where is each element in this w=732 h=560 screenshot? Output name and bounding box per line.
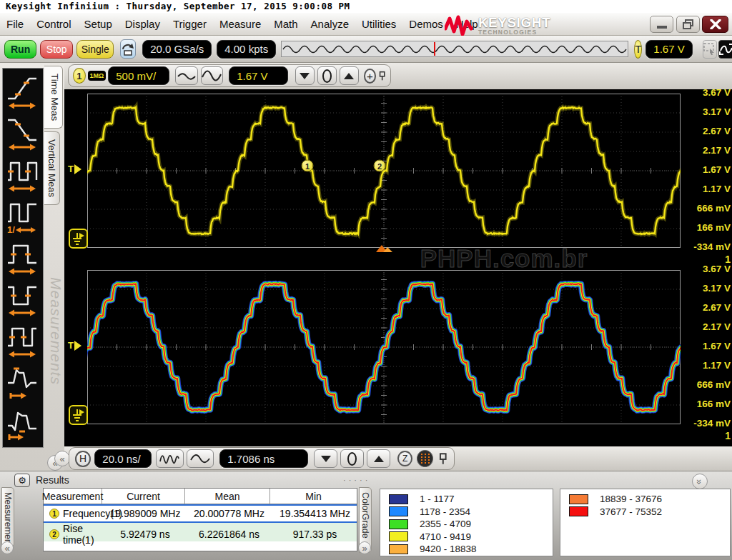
menu-measure[interactable]: Measure — [213, 15, 267, 33]
offset-down-button[interactable] — [295, 66, 315, 85]
measurement-mean: 20.000778 MHz — [185, 508, 270, 519]
scale-increase-button[interactable] — [201, 66, 224, 85]
delay-left-button[interactable] — [314, 449, 337, 468]
y-axis-label: 3.67 V — [683, 87, 731, 98]
y-axis-label: 3.67 V — [683, 264, 731, 274]
close-button[interactable] — [702, 16, 728, 33]
pin-icon[interactable] — [379, 70, 386, 82]
trigger-level-arrow[interactable]: T — [68, 164, 81, 174]
legend-label: 2355 - 4709 — [420, 519, 471, 529]
duty-cycle-icon[interactable] — [5, 320, 41, 360]
delay-display[interactable]: 1.7086 ns — [219, 449, 308, 468]
ground-reference-icon[interactable] — [69, 405, 88, 425]
trigger-position-marker — [434, 42, 435, 56]
delay-right-button[interactable] — [367, 449, 390, 468]
acquisition-preview-strip[interactable] — [281, 41, 628, 57]
menu-demos[interactable]: Demos — [402, 15, 450, 33]
table-row[interactable]: 2Rise time(1)5.92479 ns6.2261864 ns917.3… — [44, 523, 357, 541]
results-column-header[interactable]: Min — [270, 489, 357, 504]
results-column-header[interactable]: Current — [102, 489, 185, 504]
menu-math[interactable]: Math — [267, 15, 304, 33]
keysight-logo: KEYSIGHT TECHNOLOGIES — [445, 15, 550, 36]
vertical-offset-display[interactable]: 1.67 V — [229, 66, 288, 85]
results-column-header[interactable]: Mean — [185, 489, 270, 504]
table-row[interactable]: 1Frequency(1)19.989009 MHz20.000778 MHz1… — [44, 504, 357, 523]
measurement-marker-2[interactable]: 2 — [374, 160, 386, 172]
zoom-mode-button[interactable]: Z — [397, 451, 412, 466]
tab-vertical-meas[interactable]: Vertical Meas — [44, 131, 60, 205]
results-column-header[interactable]: Measurement — [44, 489, 102, 504]
impedance-badge[interactable]: 1MΩ — [88, 71, 107, 81]
trigger-level-arrow[interactable]: T — [68, 340, 81, 351]
pin-icon[interactable] — [439, 453, 448, 465]
ground-reference-icon[interactable] — [69, 229, 88, 249]
results-table-body: 1Frequency(1)19.989009 MHz20.000778 MHz1… — [44, 504, 357, 541]
menu-file[interactable]: File — [0, 15, 30, 33]
menu-analyze[interactable]: Analyze — [305, 15, 355, 33]
legend-label: 1178 - 2354 — [420, 506, 470, 517]
measurement-results-table[interactable]: MeasurementCurrentMeanMin 1Frequency(1)1… — [43, 488, 357, 551]
memory-depth-display[interactable]: 4.00 kpts — [217, 40, 276, 59]
legend-swatch — [389, 506, 408, 516]
legend-label: 1 - 1177 — [420, 494, 455, 504]
trigger-level-display[interactable]: 1.67 V — [646, 40, 692, 59]
offset-zero-button[interactable] — [317, 66, 337, 85]
region-select-button[interactable] — [703, 40, 717, 59]
measurement-current: 5.92479 ns — [102, 529, 185, 540]
channel1-badge[interactable]: 1 — [73, 68, 86, 84]
timebase-zoom-out-button[interactable] — [187, 449, 214, 468]
y-axis-label: 1.67 V — [683, 164, 731, 175]
menu-utilities[interactable]: Utilities — [355, 15, 402, 33]
waveform-display[interactable]: T 1 2 3.67 V3.17 V2.67 V2.17 V1.67 V1.17… — [64, 89, 732, 446]
delay-falling-icon[interactable] — [5, 403, 41, 443]
menu-setup[interactable]: Setup — [78, 15, 119, 33]
measurement-marker-1[interactable]: 1 — [302, 160, 314, 172]
sample-rate-display[interactable]: 20.0 GSa/s — [142, 40, 212, 59]
hbar-collapse-button[interactable]: « — [54, 451, 70, 466]
stop-button[interactable]: Stop — [40, 40, 73, 59]
menu-trigger[interactable]: Trigger — [167, 15, 213, 33]
horizontal-badge[interactable]: H — [75, 451, 91, 467]
restore-button[interactable] — [676, 16, 700, 33]
delay-rising-icon[interactable] — [5, 361, 41, 401]
tab-measurement[interactable]: Measurement — [1, 487, 14, 547]
timebase-display[interactable]: 20.0 ns/ — [94, 449, 152, 468]
panel-grip[interactable]: ····· — [343, 476, 370, 484]
grid-top[interactable]: T 1 2 — [87, 94, 681, 248]
menu-control[interactable]: Control — [30, 15, 77, 33]
positive-pulse-width-icon[interactable] — [5, 237, 41, 277]
period-icon[interactable] — [5, 154, 41, 194]
negative-pulse-width-icon[interactable] — [5, 279, 41, 319]
add-channel-button[interactable]: + — [364, 69, 376, 84]
delay-zero-button[interactable] — [340, 449, 364, 468]
grid-bottom[interactable]: T — [87, 270, 681, 424]
timebase-zoom-in-button[interactable] — [156, 449, 184, 468]
colorgrade-tab-expand[interactable]: » — [358, 541, 371, 554]
minimize-icon — [657, 26, 667, 29]
touch-mode-button[interactable] — [120, 39, 136, 59]
frequency-icon[interactable]: 1/ — [5, 196, 41, 236]
measurement-tab-collapse[interactable]: « — [1, 541, 14, 554]
small-sine-icon — [177, 71, 196, 81]
legend-item: 1 - 1177 — [389, 493, 553, 506]
legend-item: 4710 - 9419 — [389, 531, 553, 544]
preview-waveform — [282, 41, 628, 56]
scale-decrease-button[interactable] — [175, 66, 198, 85]
vertical-scale-display[interactable]: 500 mV/ — [108, 66, 169, 85]
single-button[interactable]: Single — [76, 40, 114, 59]
waveform-zoom-icon — [719, 42, 732, 56]
run-button[interactable]: Run — [4, 40, 36, 59]
waveform-zoom-button[interactable] — [718, 40, 732, 59]
menu-display[interactable]: Display — [119, 15, 167, 33]
minimize-button[interactable] — [650, 16, 673, 33]
wide-sine-icon — [190, 452, 210, 465]
offset-up-button[interactable] — [340, 66, 359, 85]
fall-time-icon[interactable] — [5, 113, 41, 153]
rise-time-icon[interactable] — [5, 71, 41, 111]
trigger-badge[interactable]: T — [634, 40, 642, 59]
results-settings-button[interactable]: ⚙ — [14, 474, 30, 487]
tab-time-meas[interactable]: Time Meas — [44, 66, 63, 129]
y-axis-label: 3.17 V — [683, 283, 731, 294]
results-collapse-button[interactable]: » — [692, 474, 708, 489]
grid-intensity-button[interactable] — [417, 450, 433, 467]
